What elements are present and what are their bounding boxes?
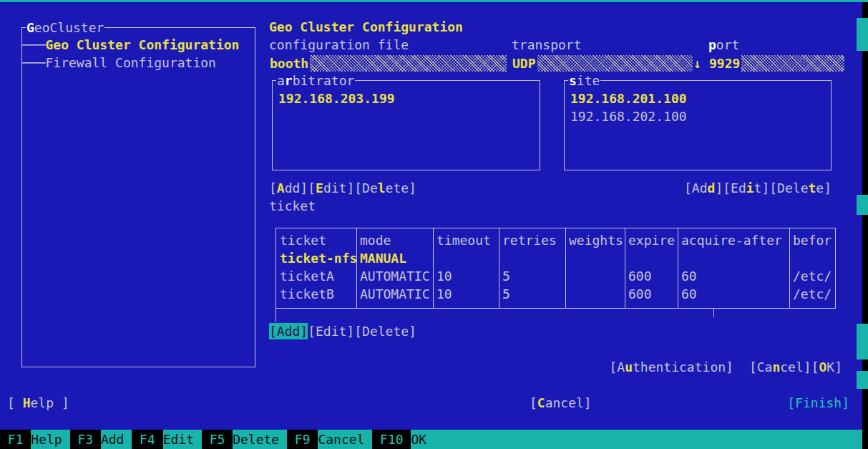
text-part: [Dele	[769, 180, 808, 195]
dialog-action-row: [Authentication][Cancel][OK]	[609, 358, 842, 376]
edit-button[interactable]: [Edit]	[723, 180, 769, 195]
table-cell: ticketA	[276, 267, 356, 285]
text-part: ort	[716, 37, 740, 52]
text-part: ete]	[386, 180, 416, 195]
table-cell: 5	[499, 267, 565, 285]
tree-title: GeoCluster	[26, 19, 104, 37]
text-part: K]	[826, 359, 842, 375]
fkey-label-cancel[interactable]: Cancel	[318, 430, 372, 449]
text-part: [Add]	[269, 323, 308, 339]
fkey-label-add[interactable]: Add	[101, 430, 132, 449]
fkey-f4[interactable]: F4	[132, 430, 162, 449]
text-part: A	[277, 180, 285, 195]
table-scroll-tick	[275, 309, 276, 322]
text-part: [	[308, 180, 316, 195]
text-part: dit]	[323, 180, 354, 195]
port-input[interactable]: 9929	[708, 55, 844, 72]
fkey-f9[interactable]: F9	[287, 430, 318, 449]
col-header-acquire-after: acquire-after	[678, 231, 789, 249]
delete-button[interactable]: [Delete]	[769, 180, 832, 195]
top-border-line	[0, 0, 868, 2]
text-part: elp ]	[31, 395, 69, 410]
finish-button[interactable]: [Finish]	[787, 394, 849, 412]
table-cell: /etc/	[789, 267, 835, 285]
col-header-mode: mode	[356, 231, 433, 249]
text-part: i	[746, 180, 754, 195]
authentication-button[interactable]: [Authentication]	[609, 359, 733, 375]
cancel-button[interactable]: [Cancel]	[749, 359, 811, 375]
site-button-row: [Add][Edit][Delete]	[564, 179, 832, 197]
fkey-f3[interactable]: F3	[70, 430, 101, 449]
text-part: t	[808, 180, 816, 195]
add-button[interactable]: [Add]	[269, 323, 308, 339]
dropdown-arrow-icon[interactable]: ↓	[693, 55, 703, 72]
text-part: configuration file	[269, 37, 409, 52]
scrollbar-thumb[interactable]	[857, 18, 868, 51]
edit-button[interactable]: [Edit]	[308, 180, 354, 195]
fkey-label-help[interactable]: Help	[31, 430, 69, 449]
transport-combobox[interactable]: UDP ↓	[512, 55, 703, 72]
table-row[interactable]: ticket-nfsMANUAL	[276, 249, 835, 267]
delete-button[interactable]: [Delete]	[354, 324, 416, 339]
tree-connector: ───	[22, 37, 46, 52]
text-part: H	[23, 395, 31, 410]
port-label: port	[708, 36, 739, 54]
col-header-retries: retries	[499, 231, 565, 249]
transport-value: UDP	[512, 55, 537, 72]
table-cell: AUTOMATIC	[356, 267, 433, 285]
table-cell	[499, 249, 565, 267]
fkey-f1[interactable]: F1	[0, 430, 31, 449]
list-item[interactable]: 192.168.202.100	[570, 107, 831, 125]
list-item[interactable]: 192.168.203.199	[278, 90, 540, 107]
ticket-section-label: ticket	[269, 197, 316, 215]
help-button[interactable]: [ Help ]	[7, 394, 69, 412]
page-title: Geo Cluster Configuration	[269, 18, 463, 36]
fkey-label-edit[interactable]: Edit	[163, 430, 202, 449]
table-cell: /etc/	[789, 285, 835, 303]
scrollbar-thumb[interactable]	[857, 195, 868, 215]
text-part: u	[625, 359, 633, 375]
text-part: thentication]	[633, 359, 733, 375]
configuration-file-value: booth	[269, 55, 310, 72]
edit-button[interactable]: [Edit]	[308, 324, 354, 339]
ticket-table: ticketmodetimeoutretriesweightsexpireacq…	[275, 228, 836, 309]
scrollbar-thumb[interactable]	[857, 371, 868, 389]
ok-button[interactable]: [OK]	[811, 359, 842, 375]
site-listbox: site 192.168.201.100192.168.202.100	[564, 80, 832, 170]
list-item[interactable]: 192.168.201.100	[570, 90, 831, 107]
text-part: E	[316, 180, 323, 195]
text-part: C	[537, 395, 545, 410]
table-cell: AUTOMATIC	[356, 285, 433, 303]
tree-connector: ───	[22, 55, 46, 70]
add-button[interactable]: [Add]	[269, 180, 308, 195]
text-part: ]	[715, 180, 723, 195]
table-cell: 10	[433, 267, 499, 285]
text-part: Geo Cluster Configuration	[46, 37, 240, 52]
text-part: G	[26, 20, 34, 35]
cancel-button[interactable]: [Cancel]	[530, 394, 592, 412]
tree-item-firewall-configuration[interactable]: ───Firewall Configuration	[22, 54, 216, 72]
delete-button[interactable]: [Delete]	[354, 180, 416, 195]
column-separator	[499, 228, 499, 308]
text-part: [De	[354, 180, 378, 195]
fkey-f10[interactable]: F10	[372, 430, 411, 449]
table-cell: ticket-nfs	[276, 249, 356, 267]
configuration-file-input[interactable]: booth	[269, 55, 507, 72]
arbitrator-button-row: [Add][Edit][Delete]	[269, 179, 416, 197]
table-cell	[678, 249, 789, 267]
tree-item-geo-cluster-configuration[interactable]: ───Geo Cluster Configuration	[22, 36, 239, 54]
fkey-label-ok[interactable]: OK	[411, 430, 426, 449]
scrollbar-thumb[interactable]	[857, 324, 868, 359]
table-row[interactable]: ticketAAUTOMATIC10560060/etc/	[276, 267, 835, 285]
text-part: [	[530, 395, 537, 410]
table-row[interactable]: ticketBAUTOMATIC10560060/etc/	[276, 285, 835, 303]
text-part: [A	[609, 359, 625, 375]
table-header-row: ticketmodetimeoutretriesweightsexpireacq…	[276, 231, 835, 249]
fkey-label-delete[interactable]: Delete	[233, 430, 287, 449]
tree-item-label: Geo Cluster Configuration	[46, 37, 240, 52]
function-key-bar: F1 Help F3 Add F4 Edit F5 Delete F9 Canc…	[0, 430, 862, 449]
text-part: [Delete]	[354, 324, 416, 339]
add-button[interactable]: [Add]	[684, 180, 723, 195]
fkey-f5[interactable]: F5	[202, 430, 233, 449]
table-cell: 60	[678, 267, 789, 285]
